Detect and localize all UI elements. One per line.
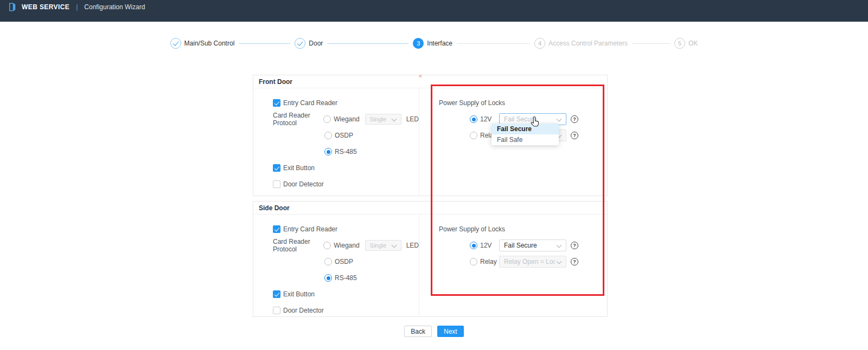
chevron-down-icon <box>557 243 561 248</box>
exit-button-row: Exit Button <box>273 160 419 176</box>
exit-button-row: Exit Button <box>273 286 419 302</box>
power-supply-title: Power Supply of Locks <box>439 221 607 237</box>
card-reader-protocol-label: Card Reader Protocol <box>273 112 323 127</box>
led-label: LED <box>406 242 419 249</box>
step-label: Access Control Parameters <box>548 40 628 47</box>
chevron-down-icon <box>557 260 561 264</box>
sd-relay-radio[interactable] <box>470 258 477 265</box>
step-connector <box>327 43 409 44</box>
fd-door-detector-checkbox[interactable] <box>273 180 280 188</box>
fd-wiegand-radio[interactable] <box>323 115 331 123</box>
fd-12v-radio[interactable] <box>470 115 477 123</box>
card-reader-protocol-row: Card Reader Protocol Wiegand Single LED <box>273 111 419 127</box>
wizard-stepper: Main/Sub Control Door 3 Interface 4 Acce… <box>0 38 868 49</box>
entry-card-reader-label: Entry Card Reader <box>283 225 337 233</box>
sd-relay-mode-dropdown[interactable]: Relay Open = Locked <box>499 256 566 268</box>
menu-option-fail-secure[interactable]: Fail Secure <box>492 124 559 134</box>
exit-button-label: Exit Button <box>283 290 315 298</box>
help-icon[interactable]: ? <box>571 115 578 123</box>
wizard-footer: Back Next <box>0 326 868 337</box>
relay-label: Relay <box>480 258 494 265</box>
lock-mode-dropdown-menu: Fail Secure Fail Safe <box>492 124 559 145</box>
fd-relay-radio[interactable] <box>470 132 477 139</box>
osdp-label: OSDP <box>335 132 353 139</box>
step-door: Door <box>295 38 323 49</box>
card-reader-protocol-label: Card Reader Protocol <box>273 238 323 253</box>
step-interface: 3 Interface <box>413 38 452 49</box>
side-door-reader-settings: Entry Card Reader Card Reader Protocol W… <box>253 215 419 316</box>
step-check-circle <box>170 38 181 49</box>
wiegand-label: Wiegand <box>334 115 359 123</box>
app-logo-icon <box>8 2 17 12</box>
sd-12v-row: 12V Fail Secure ? <box>439 237 607 254</box>
fd-wiegand-mode-dropdown[interactable]: Single <box>365 114 401 125</box>
step-label: Door <box>309 40 323 47</box>
relay-mode-value: Relay Open = Locked <box>504 258 555 265</box>
sd-relay-row: Relay Relay Open = Locked ? <box>439 254 607 270</box>
osdp-label: OSDP <box>335 258 353 265</box>
step-number-circle: 4 <box>534 38 545 49</box>
rs485-label: RS-485 <box>335 148 357 155</box>
entry-card-reader-label: Entry Card Reader <box>283 99 337 107</box>
panel-title: Side Door <box>253 202 607 215</box>
side-door-power-supply: Power Supply of Locks 12V Fail Secure ? … <box>419 215 607 316</box>
sd-wiegand-radio[interactable] <box>323 242 331 249</box>
sd-door-detector-checkbox[interactable] <box>273 307 280 314</box>
chevron-down-icon <box>557 117 561 121</box>
step-label: Interface <box>427 40 452 47</box>
sd-rs485-radio[interactable] <box>324 274 332 282</box>
front-door-reader-settings: Entry Card Reader Card Reader Protocol W… <box>253 88 419 195</box>
step-label: OK <box>688 40 698 47</box>
entry-card-reader-row: Entry Card Reader <box>273 95 419 111</box>
entry-card-reader-row: Entry Card Reader <box>273 221 419 237</box>
navbar: WEB SERVICE | Configuration Wizard <box>0 0 868 22</box>
rs485-row: RS-485 <box>273 270 419 286</box>
next-button[interactable]: Next <box>437 326 464 337</box>
sd-exit-button-checkbox[interactable] <box>273 290 280 298</box>
brand-title: WEB SERVICE <box>22 3 69 11</box>
step-ok: 5 OK <box>674 38 698 49</box>
12v-label: 12V <box>480 115 494 123</box>
wiegand-label: Wiegand <box>334 242 359 249</box>
help-icon[interactable]: ? <box>571 258 578 265</box>
sd-lock-mode-dropdown[interactable]: Fail Secure <box>499 239 566 251</box>
step-connector <box>457 43 530 44</box>
chevron-down-icon <box>392 243 397 248</box>
osdp-row: OSDP <box>273 254 419 270</box>
step-connector <box>632 43 670 44</box>
wiegand-mode-value: Single <box>370 116 387 122</box>
door-detector-row: Door Detector <box>273 302 419 319</box>
side-door-panel: Side Door Entry Card Reader Card Reader … <box>253 201 608 317</box>
nav-item-configuration-wizard[interactable]: Configuration Wizard <box>84 3 145 11</box>
door-detector-label: Door Detector <box>283 307 324 314</box>
card-reader-protocol-row: Card Reader Protocol Wiegand Single LED <box>273 237 419 254</box>
lock-mode-value: Fail Secure <box>504 115 537 123</box>
step-connector <box>239 43 290 44</box>
led-label: LED <box>406 115 419 123</box>
sd-osdp-radio[interactable] <box>324 258 332 265</box>
back-button[interactable]: Back <box>404 326 432 337</box>
help-icon[interactable]: ? <box>571 132 578 139</box>
step-main-sub-control: Main/Sub Control <box>170 38 235 49</box>
menu-option-fail-safe[interactable]: Fail Safe <box>492 134 559 145</box>
fd-entry-card-reader-checkbox[interactable] <box>273 99 280 107</box>
rs485-label: RS-485 <box>335 274 357 282</box>
step-label: Main/Sub Control <box>184 40 235 47</box>
power-supply-title: Power Supply of Locks <box>439 95 607 111</box>
fd-rs485-radio[interactable] <box>324 148 332 155</box>
fd-exit-button-checkbox[interactable] <box>273 164 280 172</box>
sd-12v-radio[interactable] <box>470 242 477 249</box>
sd-wiegand-mode-dropdown[interactable]: Single <box>365 240 401 251</box>
osdp-row: OSDP <box>273 127 419 144</box>
lock-mode-value: Fail Secure <box>504 242 537 249</box>
navbar-separator: | <box>76 3 78 11</box>
step-access-control-parameters: 4 Access Control Parameters <box>534 38 628 49</box>
sd-entry-card-reader-checkbox[interactable] <box>273 225 280 233</box>
chevron-down-icon <box>392 117 397 121</box>
exit-button-label: Exit Button <box>283 164 315 172</box>
step-number-circle: 3 <box>413 38 424 49</box>
rs485-row: RS-485 <box>273 144 419 160</box>
door-detector-label: Door Detector <box>283 180 324 188</box>
help-icon[interactable]: ? <box>571 242 578 249</box>
fd-osdp-radio[interactable] <box>324 132 332 139</box>
